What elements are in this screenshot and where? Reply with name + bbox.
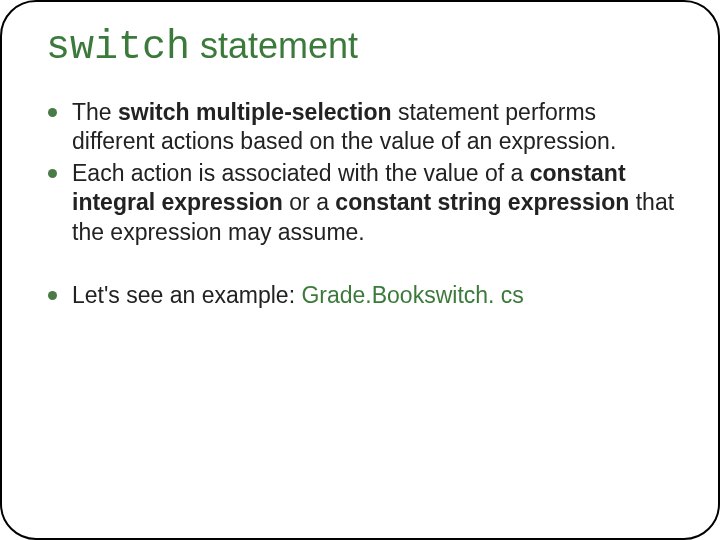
b2-bold-2: constant string expression bbox=[335, 189, 629, 215]
b1-bold-1: switch multiple-selection bbox=[118, 99, 392, 125]
bullet-list: The switch multiple-selection statement … bbox=[42, 98, 678, 311]
title-rest: statement bbox=[190, 25, 358, 66]
b1-text-1: The bbox=[72, 99, 118, 125]
bullet-item-2: Each action is associated with the value… bbox=[42, 159, 678, 247]
b3-text-1: Let's see an example: bbox=[72, 282, 301, 308]
b3-link: Grade.Bookswitch. cs bbox=[301, 282, 523, 308]
bullet-spacer bbox=[42, 249, 678, 279]
bullet-item-3: Let's see an example: Grade.Bookswitch. … bbox=[42, 281, 678, 310]
slide-title: switch statement bbox=[46, 26, 678, 70]
slide-frame: switch statement The switch multiple-sel… bbox=[0, 0, 720, 540]
b2-text-2: or a bbox=[283, 189, 335, 215]
b2-text-1: Each action is associated with the value… bbox=[72, 160, 530, 186]
title-code-word: switch bbox=[46, 25, 190, 70]
bullet-item-1: The switch multiple-selection statement … bbox=[42, 98, 678, 157]
